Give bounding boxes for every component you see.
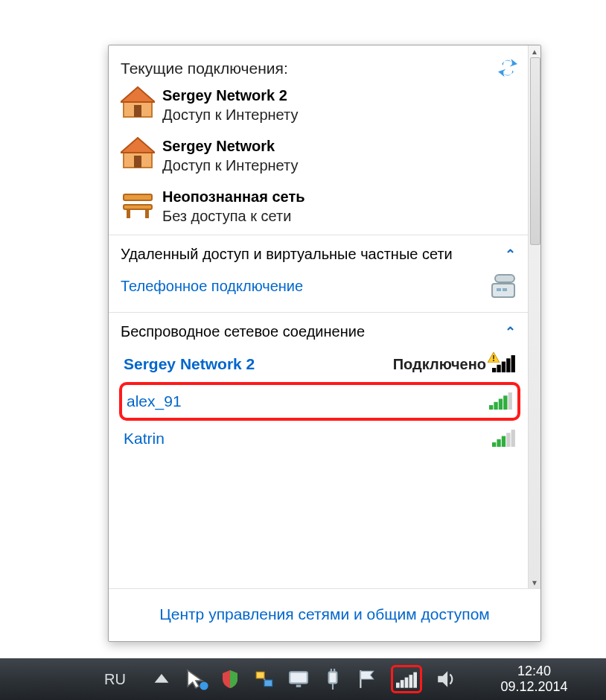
wifi-network-item[interactable]: alex_91: [125, 389, 514, 413]
bench-icon: [121, 187, 155, 221]
wifi-connected-label: Подключено: [393, 356, 486, 373]
svg-rect-44: [502, 436, 505, 448]
wifi-signal-icon: [489, 392, 513, 410]
house-icon: [121, 136, 155, 171]
network-center-link[interactable]: Центр управления сетями и общим доступом: [159, 605, 490, 623]
scroll-track[interactable]: [529, 57, 540, 576]
scroll-down-button[interactable]: ▼: [529, 576, 540, 588]
phone-connection-label: Телефонное подключение: [121, 278, 303, 295]
flyout-footer: Центр управления сетями и общим доступом: [109, 588, 540, 641]
connection-item[interactable]: Sergey Network Доступ к Интернету: [119, 130, 520, 181]
wifi-signal-icon: [492, 355, 516, 373]
connection-item[interactable]: Sergey Network 2 Доступ к Интернету: [119, 80, 520, 130]
power-plug-icon[interactable]: [322, 669, 343, 690]
current-connections-label: Текущие подключения:: [121, 60, 288, 77]
svg-rect-42: [492, 442, 496, 447]
scrollbar[interactable]: ▲ ▼: [528, 45, 540, 588]
taskbar: RU 12:40 09.12.2014: [0, 658, 606, 700]
dialup-group-label: Удаленный доступ и виртуальные частные с…: [121, 246, 453, 263]
connection-status: Без доступа к сети: [162, 206, 305, 226]
action-flag-icon[interactable]: [357, 669, 377, 690]
wifi-network-item[interactable]: Sergey Network 2 Подключено: [119, 348, 520, 381]
refresh-icon[interactable]: [498, 59, 517, 78]
monitor-icon[interactable]: [288, 669, 309, 690]
system-tray: [151, 665, 456, 693]
clock-date: 09.12.2014: [500, 679, 567, 695]
scroll-up-button[interactable]: ▲: [529, 45, 540, 57]
house-icon: [121, 86, 155, 120]
scroll-thumb[interactable]: [530, 57, 540, 245]
security-shield-icon[interactable]: [220, 669, 240, 690]
wifi-signal-icon: [492, 430, 516, 448]
svg-rect-38: [494, 402, 497, 410]
network-flyout: Текущие подключения: Sergey Network 2 До…: [108, 45, 541, 642]
wireless-group-header[interactable]: Беспроводное сетевое соединение ⌃: [119, 313, 520, 348]
svg-rect-43: [497, 439, 500, 448]
cursor-icon[interactable]: [185, 669, 206, 690]
connection-name: Неопознанная сеть: [162, 187, 305, 206]
svg-rect-39: [499, 399, 503, 410]
language-indicator[interactable]: RU: [104, 671, 126, 688]
tray-overflow-icon[interactable]: [151, 669, 172, 690]
svg-rect-40: [503, 395, 507, 410]
svg-point-47: [200, 681, 208, 690]
phone-icon: [491, 273, 516, 299]
chevron-up-icon[interactable]: ⌃: [505, 324, 516, 340]
wifi-name: alex_91: [127, 392, 182, 410]
connection-status: Доступ к Интернету: [162, 105, 298, 124]
connection-status: Доступ к Интернету: [162, 156, 298, 175]
chevron-up-icon[interactable]: ⌃: [505, 246, 516, 263]
network-share-icon[interactable]: [254, 669, 275, 690]
svg-rect-41: [508, 392, 512, 410]
svg-rect-45: [506, 433, 510, 447]
highlighted-network: alex_91: [119, 382, 520, 421]
current-connections-header: Текущие подключения:: [119, 51, 520, 80]
wifi-network-item[interactable]: Katrin: [119, 422, 520, 455]
volume-icon[interactable]: [436, 669, 456, 690]
connection-name: Sergey Network 2: [162, 86, 298, 105]
connection-item[interactable]: Неопознанная сеть Без доступа к сети: [119, 181, 520, 232]
wifi-tray-icon[interactable]: [391, 665, 422, 693]
phone-connection-item[interactable]: Телефонное подключение: [119, 270, 520, 309]
wifi-name: Katrin: [124, 430, 165, 448]
svg-rect-37: [489, 405, 493, 410]
dialup-group-header[interactable]: Удаленный доступ и виртуальные частные с…: [119, 235, 520, 270]
connection-name: Sergey Network: [162, 136, 298, 156]
svg-rect-46: [511, 430, 515, 447]
wireless-group-label: Беспроводное сетевое соединение: [121, 323, 365, 340]
clock-time: 12:40: [500, 664, 567, 679]
taskbar-clock[interactable]: 12:40 09.12.2014: [500, 664, 567, 694]
wifi-name: Sergey Network 2: [124, 355, 255, 373]
